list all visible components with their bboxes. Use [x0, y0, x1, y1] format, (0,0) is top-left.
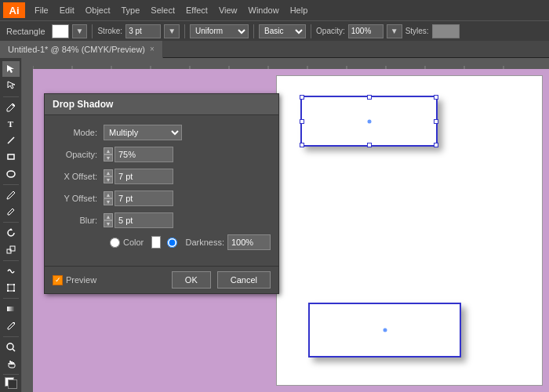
menu-effect[interactable]: Effect [181, 4, 213, 16]
menu-window[interactable]: Window [244, 4, 284, 16]
fill-dropdown[interactable]: ▼ [72, 24, 88, 38]
line-tool[interactable] [2, 132, 20, 148]
warp-tool[interactable] [2, 263, 20, 279]
y-offset-spin-arrows: ▲ ▼ [104, 191, 113, 205]
menu-help[interactable]: Help [285, 4, 313, 16]
dialog-title: Drop Shadow [45, 94, 278, 115]
zoom-tool[interactable] [2, 339, 20, 355]
handle-bl[interactable] [300, 143, 304, 147]
darkness-radio[interactable] [167, 238, 177, 248]
free-transform-tool[interactable] [2, 280, 20, 296]
rotate-tool[interactable] [2, 225, 20, 241]
x-offset-input[interactable] [115, 169, 173, 184]
handle-mr[interactable] [434, 119, 438, 124]
menu-object[interactable]: Object [81, 4, 115, 16]
ok-button[interactable]: OK [172, 271, 211, 289]
y-offset-down-arrow[interactable]: ▼ [104, 198, 113, 205]
menu-type[interactable]: Type [117, 4, 145, 16]
tab-bar: Untitled-1* @ 84% (CMYK/Preview) × [0, 41, 549, 58]
opacity-spinner: ▲ ▼ [104, 147, 173, 162]
fill-swatch[interactable] [52, 24, 69, 38]
stroke-dropdown[interactable]: ▼ [164, 24, 180, 38]
svg-rect-2 [8, 154, 14, 159]
opacity-down-arrow[interactable]: ▼ [104, 154, 113, 162]
rectangle-tool[interactable] [2, 149, 20, 165]
handle-ml[interactable] [300, 119, 304, 124]
mode-select[interactable]: Multiply Normal Screen [104, 125, 182, 140]
background-swatch[interactable] [8, 379, 17, 389]
basic-select[interactable]: Basic [259, 24, 306, 38]
ai-logo: Ai [3, 2, 25, 18]
opacity-up-arrow[interactable]: ▲ [104, 147, 113, 154]
mode-label: Mode: [53, 128, 104, 137]
handle-br[interactable] [434, 143, 438, 147]
scale-tool[interactable] [2, 242, 20, 258]
y-offset-input[interactable] [115, 191, 173, 206]
x-offset-down-arrow[interactable]: ▼ [104, 176, 113, 183]
pencil-tool[interactable] [2, 204, 20, 220]
uniform-select[interactable]: Uniform [190, 24, 249, 38]
x-offset-spinner: ▲ ▼ [104, 169, 173, 184]
svg-rect-8 [7, 284, 9, 285]
tool-separator-1 [3, 96, 19, 97]
x-offset-up-arrow[interactable]: ▲ [104, 169, 113, 176]
cancel-button[interactable]: Cancel [217, 271, 271, 289]
darkness-radio-option[interactable] [167, 238, 177, 248]
svg-point-13 [13, 322, 15, 324]
rect-bottom-center-dot [383, 328, 387, 332]
document-tab[interactable]: Untitled-1* @ 84% (CMYK/Preview) × [0, 41, 163, 58]
hand-tool[interactable] [2, 356, 20, 372]
tool-separator-5 [3, 298, 19, 299]
svg-rect-16 [22, 58, 549, 69]
shape-label: Rectangle [3, 27, 49, 36]
pen-tool[interactable] [2, 99, 20, 114]
direct-selection-tool[interactable] [2, 78, 20, 93]
blur-spinner: ▲ ▼ [104, 212, 173, 228]
eyedropper-tool[interactable] [2, 318, 20, 334]
handle-tr[interactable] [434, 95, 438, 100]
paintbrush-tool[interactable] [2, 187, 20, 203]
preview-label: Preview [66, 275, 96, 285]
menu-file[interactable]: File [30, 4, 53, 16]
opacity-dropdown[interactable]: ▼ [387, 24, 402, 38]
opacity-input[interactable] [348, 24, 384, 38]
ellipse-tool[interactable] [2, 166, 20, 182]
divider-3 [253, 24, 254, 38]
gradient-tool[interactable] [2, 301, 20, 317]
handle-bm[interactable] [367, 143, 372, 147]
divider-2 [184, 24, 185, 38]
y-offset-label: Y Offset: [53, 194, 104, 203]
svg-line-15 [13, 349, 15, 351]
color-swatches[interactable] [5, 377, 17, 389]
preview-checkbox[interactable]: ✓ [53, 275, 63, 285]
color-radio[interactable] [110, 238, 120, 248]
blur-up-arrow[interactable]: ▲ [104, 213, 113, 220]
rect-top[interactable] [300, 96, 438, 147]
selection-tool[interactable] [2, 61, 20, 77]
handle-tm[interactable] [367, 95, 372, 100]
menu-edit[interactable]: Edit [55, 4, 79, 16]
stroke-input[interactable] [125, 24, 161, 38]
svg-rect-30 [22, 58, 33, 392]
darkness-label: Darkness: [185, 238, 224, 247]
menu-select[interactable]: Select [146, 4, 180, 16]
darkness-input[interactable] [227, 234, 271, 250]
color-radio-option[interactable]: Color [110, 238, 144, 248]
menu-view[interactable]: View [214, 4, 242, 16]
blur-input[interactable] [115, 212, 173, 228]
tab-close-button[interactable]: × [150, 45, 155, 53]
preview-row: ✓ Preview OK Cancel [45, 266, 278, 293]
rect-bottom[interactable] [308, 303, 461, 358]
blur-down-arrow[interactable]: ▼ [104, 220, 113, 227]
styles-swatch[interactable] [432, 24, 460, 38]
y-offset-up-arrow[interactable]: ▲ [104, 191, 113, 198]
svg-point-14 [7, 343, 13, 350]
handle-tl[interactable] [300, 95, 304, 100]
color-swatch[interactable] [151, 236, 161, 249]
divider-1 [92, 24, 93, 38]
canvas-area: Drop Shadow Mode: Multiply Normal Screen… [22, 58, 549, 392]
type-tool[interactable]: T [2, 116, 20, 132]
ruler-vertical [22, 58, 33, 392]
svg-rect-9 [13, 284, 15, 285]
opacity-input[interactable] [115, 147, 173, 162]
